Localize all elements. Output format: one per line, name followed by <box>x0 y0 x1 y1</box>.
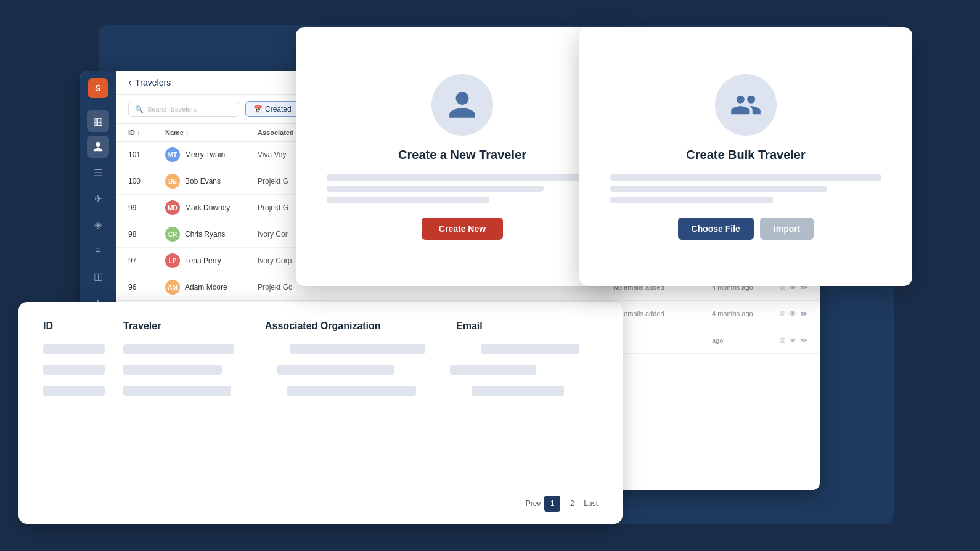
cell-id: 97 <box>128 256 165 265</box>
calendar-icon: 📅 <box>253 105 263 113</box>
bottom-col-traveler: Traveler <box>123 320 265 332</box>
page-title: Travelers <box>135 78 171 88</box>
bottom-table-panel: ID Traveler Associated Organization Emai… <box>18 302 623 524</box>
bottom-col-org: Associated Organization <box>265 320 456 332</box>
prev-page-button[interactable]: Prev <box>526 499 541 508</box>
bulk-traveler-icon-circle <box>715 74 777 136</box>
col-header-id: ID ↕ <box>128 129 165 136</box>
avatar: LP <box>165 253 180 268</box>
bottom-skeleton-row-2 <box>43 365 598 375</box>
search-icon: 🔍 <box>135 105 144 113</box>
bottom-col-email: Email <box>456 320 598 332</box>
copy-icon[interactable]: ⧉ <box>780 309 785 319</box>
avatar: AM <box>165 280 180 295</box>
import-button[interactable]: Import <box>760 218 814 240</box>
search-placeholder: Search travelers <box>147 105 197 113</box>
cell-id: 99 <box>128 203 165 212</box>
sk-org-3 <box>287 386 416 396</box>
avatar: MT <box>165 147 180 162</box>
sk-email-1 <box>481 344 579 354</box>
create-traveler-modal: Create a New Traveler Create New <box>296 27 629 286</box>
last-page-button[interactable]: Last <box>584 499 598 508</box>
bottom-col-id: ID <box>43 320 123 332</box>
sk-email-3 <box>472 386 564 396</box>
cell-traveler: MD Mark Downey <box>165 200 258 215</box>
bulk-skeleton-line-2 <box>610 186 827 192</box>
create-traveler-title: Create a New Traveler <box>398 148 526 162</box>
bulk-skeleton-line-3 <box>610 197 773 203</box>
cell-id: 101 <box>128 150 165 159</box>
sk-id-3 <box>43 386 105 396</box>
skeleton-line-2 <box>327 186 544 192</box>
sk-id-2 <box>43 365 105 375</box>
sidebar-icon-travel[interactable]: ✈ <box>87 187 109 210</box>
create-new-button[interactable]: Create New <box>422 218 503 240</box>
sk-traveler-1 <box>123 344 234 354</box>
sidebar-icon-list[interactable]: ☰ <box>87 161 109 184</box>
search-box[interactable]: 🔍 Search travelers <box>128 102 239 117</box>
sidebar-icon-checklist[interactable]: ◫ <box>87 265 109 287</box>
sidebar-icon-tag[interactable]: ◈ <box>87 213 109 235</box>
skeleton-line-3 <box>327 197 489 203</box>
bulk-skeleton-line-1 <box>610 174 881 181</box>
page-1-button[interactable]: 1 <box>544 496 560 512</box>
row-actions: ⧉ 👁 ✏ <box>780 335 807 345</box>
row-actions: ⧉ 👁 ✏ <box>780 309 807 319</box>
sk-id-1 <box>43 344 105 354</box>
back-button[interactable]: ‹ Travelers <box>128 77 171 88</box>
avatar: CR <box>165 227 180 242</box>
choose-file-button[interactable]: Choose File <box>678 218 754 240</box>
bottom-column-headers: ID Traveler Associated Organization Emai… <box>43 320 598 332</box>
cell-traveler: AM Adam Moore <box>165 280 258 295</box>
app-logo: S <box>88 78 108 98</box>
cell-id: 98 <box>128 230 165 239</box>
view-icon[interactable]: 👁 <box>789 336 797 345</box>
cell-traveler: BE Bob Evans <box>165 174 258 189</box>
col-header-name: Name ↕ <box>165 129 258 136</box>
sk-email-2 <box>450 365 536 375</box>
copy-icon[interactable]: ⧉ <box>780 335 785 345</box>
sidebar-icon-dashboard[interactable]: ▦ <box>87 110 109 132</box>
bulk-traveler-title: Create Bulk Traveler <box>686 148 805 162</box>
pagination: Prev 1 2 Last <box>526 496 598 512</box>
edit-icon[interactable]: ✏ <box>801 309 807 319</box>
bulk-traveler-skeleton <box>610 174 881 203</box>
sk-org-2 <box>277 365 394 375</box>
cell-email: No emails added <box>613 310 712 317</box>
sidebar-icon-users[interactable] <box>87 136 109 158</box>
back-arrow-icon: ‹ <box>128 77 131 88</box>
cell-id: 96 <box>128 283 165 292</box>
cell-traveler: LP Lena Perry <box>165 253 258 268</box>
page-2-button[interactable]: 2 <box>564 496 580 512</box>
cell-traveler: MT Merry Twain <box>165 147 258 162</box>
sidebar-icon-reports[interactable]: ≡ <box>87 239 109 261</box>
view-icon[interactable]: 👁 <box>789 309 797 319</box>
bottom-skeleton-row-3 <box>43 386 598 396</box>
tab-created[interactable]: 📅 Created <box>245 101 300 117</box>
sk-traveler-3 <box>123 386 231 396</box>
cell-id: 100 <box>128 177 165 186</box>
skeleton-line-1 <box>327 174 598 181</box>
cell-updated: 4 months ago <box>712 310 780 317</box>
sk-traveler-2 <box>123 365 222 375</box>
avatar: BE <box>165 174 180 189</box>
bottom-skeleton-row-1 <box>43 344 598 354</box>
create-traveler-icon-circle <box>431 74 493 136</box>
avatar: MD <box>165 200 180 215</box>
cell-traveler: CR Chris Ryans <box>165 227 258 242</box>
bulk-action-buttons: Choose File Import <box>678 218 814 240</box>
sk-org-1 <box>290 344 425 354</box>
cell-updated: ago <box>712 337 780 344</box>
bulk-traveler-modal: Create Bulk Traveler Choose File Import <box>579 27 912 286</box>
create-traveler-skeleton <box>327 174 598 203</box>
edit-icon[interactable]: ✏ <box>801 336 807 345</box>
